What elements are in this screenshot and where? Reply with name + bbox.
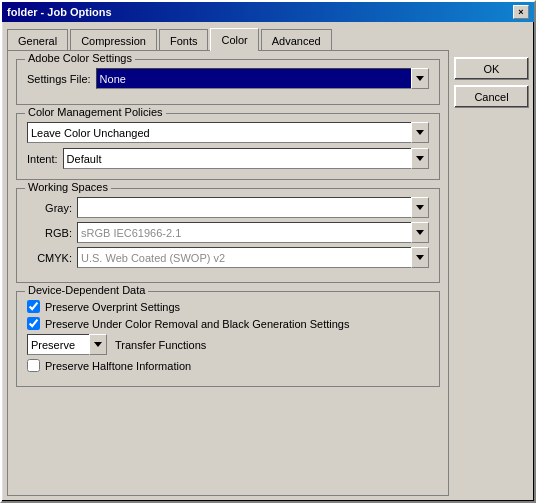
preserve-overprint-label: Preserve Overprint Settings xyxy=(45,301,180,313)
settings-file-select[interactable]: None xyxy=(96,68,429,89)
gray-label: Gray: xyxy=(27,202,72,214)
preserve-ucr-checkbox[interactable] xyxy=(27,317,40,330)
window-title: folder - Job Options xyxy=(7,6,112,18)
close-button[interactable]: × xyxy=(513,5,529,19)
rgb-wrapper: sRGB IEC61966-2.1 xyxy=(77,222,429,243)
rgb-row: RGB: sRGB IEC61966-2.1 xyxy=(27,222,429,243)
preserve-halftone-label: Preserve Halftone Information xyxy=(45,360,191,372)
cmyk-select[interactable]: U.S. Web Coated (SWOP) v2 xyxy=(77,247,429,268)
working-spaces-label: Working Spaces xyxy=(25,181,111,193)
tab-color[interactable]: Color xyxy=(210,28,258,51)
transfer-row: Preserve Transfer Functions xyxy=(27,334,429,355)
intent-wrapper: Default xyxy=(63,148,429,169)
rgb-label: RGB: xyxy=(27,227,72,239)
main-window: folder - Job Options × General Compressi… xyxy=(0,0,536,503)
color-management-label: Color Management Policies xyxy=(25,106,166,118)
preserve-ucr-label: Preserve Under Color Removal and Black G… xyxy=(45,318,349,330)
adobe-color-settings-label: Adobe Color Settings xyxy=(25,52,135,64)
preserve-ucr-row: Preserve Under Color Removal and Black G… xyxy=(27,317,429,330)
transfer-select[interactable]: Preserve xyxy=(27,334,107,355)
transfer-label: Transfer Functions xyxy=(115,339,206,351)
cmyk-wrapper: U.S. Web Coated (SWOP) v2 xyxy=(77,247,429,268)
title-bar: folder - Job Options × xyxy=(2,2,534,22)
adobe-color-settings-group: Adobe Color Settings Settings File: None xyxy=(16,59,440,105)
settings-file-row: Settings File: None xyxy=(27,68,429,89)
tab-fonts[interactable]: Fonts xyxy=(159,29,209,51)
rgb-select[interactable]: sRGB IEC61966-2.1 xyxy=(77,222,429,243)
cmyk-label: CMYK: xyxy=(27,252,72,264)
side-buttons: OK Cancel xyxy=(454,27,529,496)
policy-wrapper: Leave Color Unchanged xyxy=(27,122,429,143)
tab-content-color: Adobe Color Settings Settings File: None xyxy=(7,50,449,496)
gray-row: Gray: xyxy=(27,197,429,218)
tab-compression[interactable]: Compression xyxy=(70,29,157,51)
preserve-overprint-checkbox[interactable] xyxy=(27,300,40,313)
gray-wrapper xyxy=(77,197,429,218)
intent-select[interactable]: Default xyxy=(63,148,429,169)
main-panel: General Compression Fonts Color Advanced xyxy=(7,27,449,496)
tab-advanced[interactable]: Advanced xyxy=(261,29,332,51)
working-spaces-group: Working Spaces Gray: xyxy=(16,188,440,283)
cancel-button[interactable]: Cancel xyxy=(454,85,529,108)
transfer-wrapper: Preserve xyxy=(27,334,107,355)
policy-select[interactable]: Leave Color Unchanged xyxy=(27,122,429,143)
title-controls: × xyxy=(513,5,529,19)
policy-row: Leave Color Unchanged xyxy=(27,122,429,143)
content-area: General Compression Fonts Color Advanced xyxy=(2,22,534,501)
settings-file-wrapper: None xyxy=(96,68,429,89)
ok-button[interactable]: OK xyxy=(454,57,529,80)
device-dependent-group: Device-Dependent Data Preserve Overprint… xyxy=(16,291,440,387)
preserve-overprint-row: Preserve Overprint Settings xyxy=(27,300,429,313)
cmyk-row: CMYK: U.S. Web Coated (SWOP) v2 xyxy=(27,247,429,268)
intent-label: Intent: xyxy=(27,153,58,165)
intent-row: Intent: Default xyxy=(27,148,429,169)
preserve-halftone-checkbox[interactable] xyxy=(27,359,40,372)
preserve-halftone-row: Preserve Halftone Information xyxy=(27,359,429,372)
settings-file-label: Settings File: xyxy=(27,73,91,85)
gray-select[interactable] xyxy=(77,197,429,218)
color-management-group: Color Management Policies Leave Color Un… xyxy=(16,113,440,180)
tab-general[interactable]: General xyxy=(7,29,68,51)
tab-bar: General Compression Fonts Color Advanced xyxy=(7,27,449,50)
device-dependent-label: Device-Dependent Data xyxy=(25,284,148,296)
